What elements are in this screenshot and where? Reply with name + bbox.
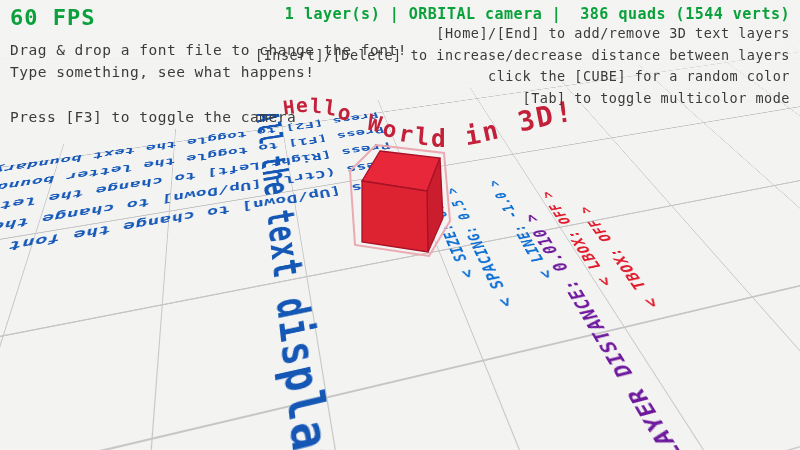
- status-bar: 1 layer(s) | ORBITAL camera | 386 quads …: [255, 5, 790, 23]
- hud-right-hint: [Home]/[End] to add/remove 3D text layer…: [255, 23, 790, 45]
- help-block: Press [Up/Down] to change the font sizeP…: [0, 108, 407, 275]
- hint-toggle-camera: Press [F3] to toggle the camera: [10, 106, 407, 128]
- hud-right-hint: [Insert]/[Delete] to increase/decrease d…: [255, 45, 790, 67]
- hud-right-hint: [Tab] to toggle multicolor mode: [255, 88, 790, 110]
- hud-right-hint: click the [CUBE] for a random color: [255, 66, 790, 88]
- app-window: Press [Up/Down] to change the font sizeP…: [0, 0, 800, 450]
- cube-face-front: [362, 181, 428, 252]
- hud-right: 1 layer(s) | ORBITAL camera | 386 quads …: [255, 5, 790, 109]
